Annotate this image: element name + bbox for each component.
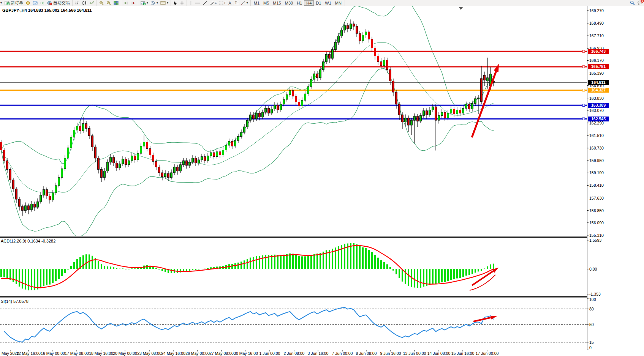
periods-button[interactable]: ▾ [149,0,159,6]
chart-shift-button[interactable] [130,0,137,6]
timeframe-mn[interactable]: MN [333,0,343,6]
candlestick-mode-button[interactable] [81,0,88,6]
line-chart-mode-button[interactable] [88,0,95,6]
search-icon[interactable] [630,0,635,5]
timeframe-h1[interactable]: H1 [295,0,304,6]
zoom-in-icon [99,1,104,5]
horizontal-line-tool[interactable] [194,0,201,6]
crosshair-icon [180,1,184,5]
timeframe-m1[interactable]: M1 [252,0,261,6]
vertical-line-icon [189,1,193,5]
bar-chart-icon [75,1,80,5]
cursor-icon [173,1,177,5]
fibo-letter: F [224,1,226,5]
text-tool[interactable]: A [227,0,232,6]
channel-letter: E [215,1,217,5]
fibonacci-tool[interactable]: F [218,0,227,6]
new-order-label: 新订单 [11,0,23,6]
tile-windows-icon [114,1,119,5]
arrows-caret[interactable]: ▾ [247,1,248,5]
crosshair-tool-button[interactable] [179,0,185,6]
new-order-icon [5,1,9,5]
channel-icon [210,1,214,5]
vertical-line-tool[interactable] [188,0,194,6]
signal-icon [40,1,45,5]
fibonacci-icon [219,1,224,5]
arrows-tool-icon [241,1,245,5]
trendline-tool[interactable] [201,0,209,6]
periods-caret[interactable]: ▾ [157,1,158,5]
notification-badge: 1 [641,0,644,3]
terminal-window: ▾ 新订单 自动交易 [0,0,644,356]
arrows-tool[interactable]: ▾ [239,0,249,6]
timeframe-d1[interactable]: D1 [314,0,323,6]
templates-caret[interactable]: ▾ [167,1,168,5]
equidistant-channel-tool[interactable]: E [209,0,218,6]
auto-scroll-icon [123,1,128,5]
mail-icon [160,1,166,5]
market-watch-icon [33,1,38,5]
horizontal-line-icon [195,1,200,5]
timeframe-m5[interactable]: M5 [261,0,271,6]
clock-icon [150,1,155,5]
chart-title: GBPJPY-,H4 164.883 165.002 164.566 164.8… [2,8,92,13]
market-watch-button[interactable] [32,0,39,6]
zoom-in-button[interactable] [98,0,105,6]
chart-profiles-button[interactable] [24,0,32,6]
autotrading-label: 自动交易 [53,0,70,6]
text-tool-letter: A [228,1,231,5]
zoom-out-button[interactable] [105,0,112,6]
cursor-tool-button[interactable] [172,0,179,6]
templates-button[interactable]: ▾ [159,0,169,6]
toolbar: ▾ 新订单 自动交易 [0,0,644,6]
new-chart-icon [141,1,146,5]
line-chart-icon [89,1,94,5]
news-signal-button[interactable] [39,0,46,6]
chart-profiles-icon [25,1,30,5]
notifications-button[interactable]: 1 [637,0,642,6]
new-chart-caret[interactable]: ▾ [147,1,148,5]
text-label-tool[interactable]: T [233,0,239,6]
candlestick-icon [82,1,87,5]
auto-scroll-button[interactable] [122,0,130,6]
trendline-icon [203,1,207,5]
chart-shift-icon [131,1,136,5]
autotrading-button[interactable]: 自动交易 [46,0,71,6]
new-order-button[interactable]: 新订单 [3,0,24,6]
zoom-out-icon [106,1,111,5]
timeframe-h4[interactable]: H4 [304,0,314,6]
tile-windows-button[interactable] [112,0,120,6]
timeframe-m15[interactable]: M15 [271,0,283,6]
text-label-letter: T [234,1,238,5]
bar-chart-mode-button[interactable] [74,0,81,6]
chart-canvas[interactable] [0,0,644,356]
timeframe-w1[interactable]: W1 [323,0,333,6]
new-chart-button[interactable]: ▾ [139,0,149,6]
timeframe-m30[interactable]: M30 [283,0,295,6]
autotrading-icon [47,1,52,5]
toolbar-overflow-caret[interactable]: ▾ [0,1,2,5]
